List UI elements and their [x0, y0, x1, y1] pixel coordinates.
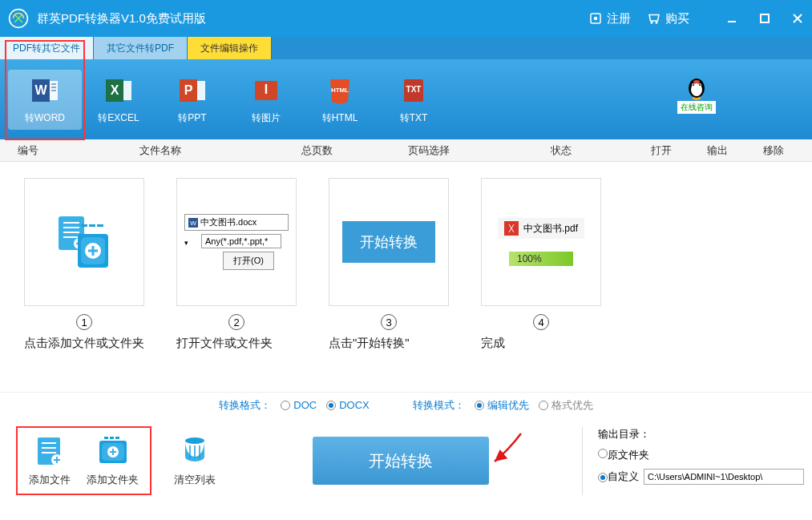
- radio-format-first[interactable]: 格式优先: [539, 398, 593, 413]
- header-status: 状态: [489, 143, 633, 158]
- tool-to-word[interactable]: W 转WORD: [8, 70, 82, 130]
- header-output: 输出: [689, 143, 745, 158]
- tab-file-edit[interactable]: 文件编辑操作: [188, 37, 272, 59]
- mode-label: 转换模式：: [413, 398, 465, 413]
- svg-point-27: [699, 84, 701, 86]
- file-list-headers: 编号 文件名称 总页数 页码选择 状态 打开 输出 移除: [0, 139, 812, 162]
- step-number: 3: [381, 314, 397, 330]
- app-logo-icon: [8, 8, 29, 29]
- ppt-icon: P: [176, 75, 208, 107]
- step-4: 中文图书.pdf 100% 4 完成: [481, 178, 601, 376]
- step-3: 开始转换 3 点击"开始转换": [329, 178, 449, 376]
- tool-to-image[interactable]: I 转图片: [229, 70, 303, 130]
- svg-rect-16: [197, 81, 205, 100]
- svg-point-2: [594, 17, 598, 21]
- conversion-toolbar: W 转WORD X 转EXCEL P 转PPT I 转图片 HTML 转HTML…: [0, 59, 812, 139]
- pdf-icon: [504, 221, 519, 236]
- minimize-button[interactable]: [725, 12, 738, 25]
- main-tabs: PDF转其它文件 其它文件转PDF 文件编辑操作: [0, 37, 812, 59]
- qq-support-button[interactable]: 在线咨询: [677, 74, 716, 114]
- svg-rect-4: [761, 14, 769, 22]
- app-title: 群英PDF转换器V1.0免费试用版: [37, 11, 588, 26]
- titlebar: 群英PDF转换器V1.0免费试用版 注册 购买: [0, 0, 812, 37]
- arrow-annotation-icon: [485, 429, 525, 470]
- tool-to-txt[interactable]: TXT 转TXT: [377, 70, 450, 130]
- radio-edit-first[interactable]: 编辑优先: [475, 398, 529, 413]
- radio-custom-folder[interactable]: 自定义: [598, 470, 639, 484]
- tool-to-html[interactable]: HTML 转HTML: [303, 70, 377, 130]
- qq-icon: [683, 74, 710, 101]
- html-icon: HTML: [324, 75, 356, 107]
- svg-text:P: P: [184, 83, 193, 97]
- buy-button[interactable]: 购买: [647, 11, 689, 26]
- format-label: 转换格式：: [219, 398, 271, 413]
- cart-icon: [647, 11, 661, 26]
- image-icon: I: [250, 75, 282, 107]
- dropdown-arrow-icon: ▾: [184, 239, 188, 247]
- svg-rect-39: [97, 224, 103, 227]
- maximize-button[interactable]: [758, 12, 771, 25]
- step-label: 点击添加文件或文件夹: [24, 333, 144, 353]
- word-icon: W: [29, 75, 61, 107]
- txt-icon: TXT: [398, 75, 430, 107]
- word-doc-icon: W: [188, 218, 198, 228]
- open-button-illustration: 打开(O): [223, 252, 274, 270]
- svg-rect-37: [81, 224, 87, 227]
- tab-pdf-to-other[interactable]: PDF转其它文件: [0, 37, 94, 59]
- tool-to-ppt[interactable]: P 转PPT: [156, 70, 229, 130]
- step-label: 打开文件或文件夹: [176, 333, 297, 353]
- svg-rect-52: [110, 437, 114, 439]
- svg-text:HTML: HTML: [331, 87, 349, 94]
- convert-button-illustration: 开始转换: [342, 221, 435, 263]
- svg-rect-51: [104, 437, 108, 439]
- svg-rect-53: [115, 437, 119, 439]
- step-1: 1 点击添加文件或文件夹: [24, 178, 144, 376]
- add-folder-button[interactable]: 添加文件夹: [87, 434, 139, 487]
- step-2: W中文图书.docx ▾Any(*.pdf,*.ppt,* 打开(O) 2 打开…: [176, 178, 297, 376]
- svg-rect-38: [89, 224, 95, 227]
- register-button[interactable]: 注册: [588, 11, 631, 26]
- output-path-input[interactable]: [644, 469, 804, 485]
- svg-text:W: W: [34, 83, 47, 97]
- header-open: 打开: [633, 143, 689, 158]
- close-button[interactable]: [791, 12, 804, 25]
- radio-source-folder[interactable]: 原文件夹: [598, 448, 649, 462]
- add-file-illustration-icon: [52, 208, 116, 276]
- steps-guide: 1 点击添加文件或文件夹 W中文图书.docx ▾Any(*.pdf,*.ppt…: [0, 162, 812, 392]
- svg-point-26: [693, 84, 694, 86]
- header-remove: 移除: [745, 143, 802, 158]
- output-options: 输出目录： 原文件夹 自定义: [598, 427, 804, 491]
- svg-rect-13: [123, 81, 131, 100]
- step-number: 2: [228, 314, 244, 330]
- footer-bar: 添加文件 添加文件夹 清空列表 开始转换 输出目录： 原文件夹 自定义: [0, 417, 812, 504]
- header-seq: 编号: [0, 143, 56, 158]
- add-file-button[interactable]: 添加文件: [29, 434, 71, 487]
- tool-to-excel[interactable]: X 转EXCEL: [82, 70, 156, 130]
- add-actions-group: 添加文件 添加文件夹: [16, 426, 151, 495]
- step-label: 完成: [481, 333, 601, 353]
- excel-icon: X: [103, 75, 135, 107]
- step-number: 4: [533, 314, 549, 330]
- svg-text:W: W: [190, 220, 196, 227]
- clear-list-button[interactable]: 清空列表: [174, 434, 216, 487]
- step-number: 1: [76, 314, 92, 330]
- svg-point-28: [693, 80, 700, 83]
- radio-doc[interactable]: DOC: [281, 399, 317, 411]
- svg-point-55: [185, 437, 204, 444]
- conversion-options: 转换格式： DOC DOCX 转换模式： 编辑优先 格式优先: [0, 392, 812, 417]
- register-icon: [588, 11, 603, 26]
- header-name: 文件名称: [56, 143, 265, 158]
- output-dir-label: 输出目录：: [598, 427, 804, 441]
- add-folder-icon: [96, 434, 130, 468]
- step-label: 点击"开始转换": [329, 333, 449, 353]
- header-pages: 总页数: [265, 143, 369, 158]
- add-file-icon: [33, 434, 67, 468]
- trash-icon: [178, 434, 212, 468]
- header-pagesel: 页码选择: [369, 143, 489, 158]
- radio-docx[interactable]: DOCX: [326, 399, 370, 411]
- tab-other-to-pdf[interactable]: 其它文件转PDF: [94, 37, 188, 59]
- svg-text:I: I: [265, 83, 268, 96]
- progress-bar: 100%: [509, 252, 573, 266]
- svg-text:X: X: [111, 83, 119, 97]
- start-convert-button[interactable]: 开始转换: [313, 437, 489, 485]
